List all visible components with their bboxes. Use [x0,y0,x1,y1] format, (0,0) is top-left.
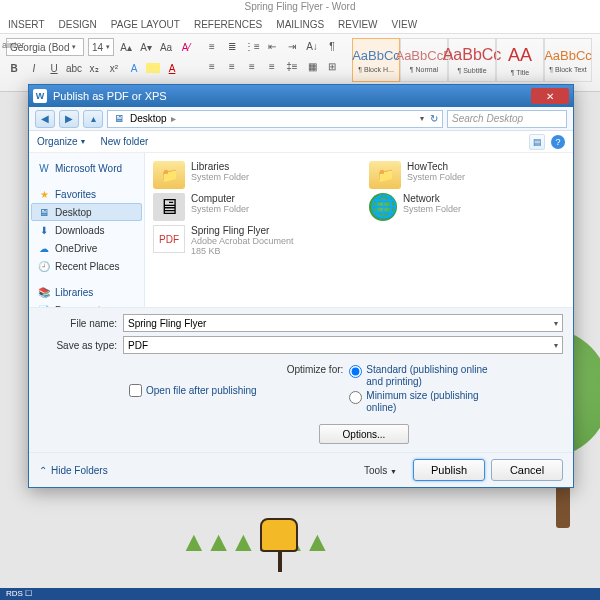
strike-icon[interactable]: abc [66,60,82,76]
new-folder-button[interactable]: New folder [101,136,149,147]
tab-insert[interactable]: INSERT [8,19,45,30]
file-name-label: File name: [39,318,123,329]
chevron-down-icon[interactable]: ▾ [420,114,424,123]
options-button[interactable]: Options... [319,424,409,444]
tab-mailings[interactable]: MAILINGS [276,19,324,30]
hide-folders-button[interactable]: ⌃Hide Folders [39,465,108,476]
publish-dialog: W Publish as PDF or XPS ✕ ◀ ▶ ▴ 🖥 Deskto… [28,84,574,488]
organize-button[interactable]: Organize ▼ [37,136,87,147]
align-left-icon[interactable]: ≡ [204,58,220,74]
file-pdf[interactable]: PDF Spring Fling FlyerAdobe Acrobat Docu… [153,225,349,256]
font-color-icon[interactable]: A [164,60,180,76]
subscript-icon[interactable]: x₂ [86,60,102,76]
text-effects-icon[interactable]: A [126,60,142,76]
clear-format-icon[interactable]: A⁄ [178,39,194,55]
dialog-titlebar[interactable]: W Publish as PDF or XPS ✕ [29,85,573,107]
show-marks-icon[interactable]: ¶ [324,38,340,54]
sort-icon[interactable]: A↓ [304,38,320,54]
style-subtitle[interactable]: AaBbCc¶ Subtitle [448,38,496,82]
sidebar-item-downloads[interactable]: ⬇Downloads [31,221,142,239]
sidebar: WMicrosoft Word ★Favorites 🖥Desktop ⬇Dow… [29,153,145,307]
shading-icon[interactable]: ▦ [304,58,320,74]
justify-icon[interactable]: ≡ [264,58,280,74]
close-icon[interactable]: ✕ [531,88,569,104]
optimize-label: Optimize for: [287,364,344,416]
superscript-icon[interactable]: x² [106,60,122,76]
align-center-icon[interactable]: ≡ [224,58,240,74]
optimize-standard-radio[interactable]: Standard (publishing online and printing… [349,364,506,388]
sidebar-item-onedrive[interactable]: ☁OneDrive [31,239,142,257]
up-button[interactable]: ▴ [83,110,103,128]
tools-menu[interactable]: Tools ▼ [364,465,397,476]
tulip-graphic [260,518,300,568]
computer-icon: 🖥 [153,193,185,221]
bullets-icon[interactable]: ≡ [204,38,220,54]
cancel-button[interactable]: Cancel [491,459,563,481]
shrink-font-icon[interactable]: A▾ [138,39,154,55]
file-name-input[interactable]: Spring Fling Flyer▾ [123,314,563,332]
publish-button[interactable]: Publish [413,459,485,481]
sidebar-item-libraries[interactable]: 📚Libraries [31,283,142,301]
sidebar-item-favorites[interactable]: ★Favorites [31,185,142,203]
open-after-checkbox[interactable]: Open file after publishing [129,364,257,416]
folder-icon: 📁 [153,161,185,189]
tab-review[interactable]: REVIEW [338,19,377,30]
font-size-combo[interactable]: 14▾ [88,38,114,56]
style-block-h[interactable]: AaBbCc¶ Block H... [352,38,400,82]
tab-page-layout[interactable]: PAGE LAYOUT [111,19,180,30]
align-right-icon[interactable]: ≡ [244,58,260,74]
app-title: Spring Fling Flyer - Word [0,0,600,16]
help-icon[interactable]: ? [551,135,565,149]
pdf-icon: PDF [153,225,185,253]
highlight-icon[interactable] [146,63,160,73]
folder-icon: 📁 [369,161,401,189]
sidebar-item-desktop[interactable]: 🖥Desktop [31,203,142,221]
tab-references[interactable]: REFERENCES [194,19,262,30]
sidebar-item-msword[interactable]: WMicrosoft Word [31,159,142,177]
dialog-title-text: Publish as PDF or XPS [53,90,167,102]
indent-icon[interactable]: ⇥ [284,38,300,54]
sidebar-item-recent[interactable]: 🕘Recent Places [31,257,142,275]
file-network[interactable]: 🌐 NetworkSystem Folder [369,193,565,221]
outdent-icon[interactable]: ⇤ [264,38,280,54]
grass-graphic: ▲▲▲▲▲▲ [180,526,328,558]
optimize-minimum-radio[interactable]: Minimum size (publishing online) [349,390,506,414]
desktop-icon: 🖥 [112,112,126,126]
tab-view[interactable]: VIEW [392,19,418,30]
styles-gallery[interactable]: AaBbCc¶ Block H... AaBbCcD¶ Normal AaBbC… [352,38,592,82]
format-painter-label: ainter [0,40,28,50]
status-bar: RDS ☐ [0,588,600,600]
refresh-icon[interactable]: ↻ [430,113,438,124]
change-case-icon[interactable]: Aa [158,39,174,55]
file-list: 📁 LibrariesSystem Folder 📁 HowTechSystem… [145,153,573,307]
file-howtech[interactable]: 📁 HowTechSystem Folder [369,161,565,189]
ribbon-tabs: INSERT DESIGN PAGE LAYOUT REFERENCES MAI… [0,16,600,34]
back-button[interactable]: ◀ [35,110,55,128]
breadcrumb[interactable]: 🖥 Desktop ▸ ▾ ↻ [107,110,443,128]
view-icon[interactable]: ▤ [529,134,545,150]
network-icon: 🌐 [369,193,397,221]
bold-icon[interactable]: B [6,60,22,76]
word-icon: W [33,89,47,103]
save-type-label: Save as type: [39,340,123,351]
search-input[interactable]: Search Desktop [447,110,567,128]
chevron-up-icon: ⌃ [39,465,47,476]
borders-icon[interactable]: ⊞ [324,58,340,74]
save-type-select[interactable]: PDF▾ [123,336,563,354]
forward-button[interactable]: ▶ [59,110,79,128]
style-normal[interactable]: AaBbCcD¶ Normal [400,38,448,82]
style-block-text[interactable]: AaBbCc¶ Block Text [544,38,592,82]
underline-icon[interactable]: U [46,60,62,76]
multilevel-icon[interactable]: ⋮≡ [244,38,260,54]
file-computer[interactable]: 🖥 ComputerSystem Folder [153,193,349,221]
tab-design[interactable]: DESIGN [59,19,97,30]
style-title[interactable]: AA¶ Title [496,38,544,82]
grow-font-icon[interactable]: A▴ [118,39,134,55]
italic-icon[interactable]: I [26,60,42,76]
file-libraries[interactable]: 📁 LibrariesSystem Folder [153,161,349,189]
numbering-icon[interactable]: ≣ [224,38,240,54]
line-spacing-icon[interactable]: ‡≡ [284,58,300,74]
